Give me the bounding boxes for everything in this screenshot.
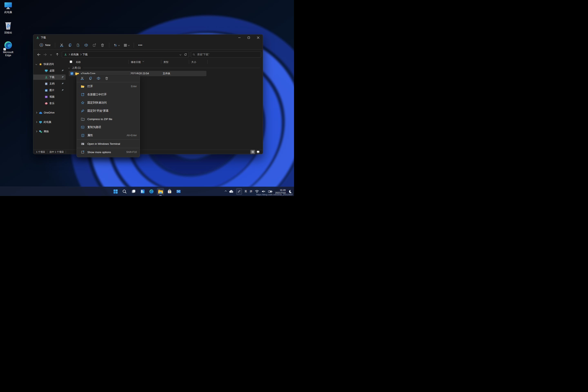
store-button[interactable] xyxy=(166,188,173,195)
task-view-button[interactable] xyxy=(130,188,137,195)
column-header-size[interactable]: 大小 xyxy=(191,60,196,64)
rename-button[interactable] xyxy=(82,42,90,48)
focus-assist-moon-icon[interactable] xyxy=(288,190,292,193)
menu-item-compress-zip[interactable]: Compress to ZIP file xyxy=(77,115,140,123)
sidebar-item-pictures[interactable]: 图片 xyxy=(33,88,66,93)
select-all-checkbox[interactable] xyxy=(70,60,72,64)
watermark-url: https://blog.csdn.net/sinat_29315697 xyxy=(256,193,293,196)
edge-logo-icon xyxy=(4,41,12,50)
see-more-button[interactable]: ••• xyxy=(136,42,144,48)
paste-icon xyxy=(76,43,80,47)
sort-button[interactable] xyxy=(112,42,122,48)
menu-item-open[interactable]: 打开 Enter xyxy=(77,82,140,90)
battery-charging-icon[interactable] xyxy=(268,190,272,193)
search-input[interactable] xyxy=(197,53,259,56)
desktop-icon-edge[interactable]: Microsoft Edge xyxy=(0,41,16,57)
rename-button[interactable] xyxy=(94,75,102,81)
copy-button[interactable] xyxy=(86,75,94,81)
edge-button[interactable] xyxy=(148,188,155,195)
cut-button[interactable] xyxy=(58,42,66,48)
sidebar-item-music[interactable]: 音乐 xyxy=(33,101,66,106)
delete-button[interactable] xyxy=(102,75,111,81)
sidebar-item-onedrive[interactable]: OneDrive xyxy=(33,110,66,115)
details-view-toggle[interactable] xyxy=(250,150,255,154)
sidebar-item-network[interactable]: 网络 xyxy=(33,129,66,134)
paste-button[interactable] xyxy=(74,42,82,48)
copy-button[interactable] xyxy=(66,42,74,48)
sidebar-item-this-pc[interactable]: 此电脑 xyxy=(33,120,66,125)
search-icon xyxy=(193,53,195,56)
group-header-last-week[interactable]: 上周 (1) xyxy=(66,66,260,70)
desktop-icon-label: 回收站 xyxy=(0,31,16,34)
chevron-down-icon[interactable] xyxy=(36,63,37,65)
pen-tray-button[interactable] xyxy=(236,188,242,195)
chevron-down-icon xyxy=(118,44,120,46)
menu-item-shortcut: Alt+Enter xyxy=(126,134,137,137)
mail-button[interactable] xyxy=(175,188,182,195)
column-header-modified[interactable]: 修改日期 xyxy=(131,60,141,64)
cut-button[interactable] xyxy=(78,75,86,81)
menu-item-label: 固定到"开始"屏幕 xyxy=(88,109,137,113)
breadcrumb-downloads[interactable]: 下载 xyxy=(83,53,88,56)
large-icons-view-toggle[interactable] xyxy=(256,150,260,154)
onedrive-tray-icon[interactable] xyxy=(229,190,234,193)
menu-item-copy-as-path[interactable]: 复制为路径 xyxy=(77,123,140,131)
back-button[interactable] xyxy=(36,52,42,57)
sidebar-item-downloads[interactable]: 下载 xyxy=(33,74,66,80)
sidebar-item-documents[interactable]: 文档 xyxy=(33,81,66,86)
sidebar-item-quick-access[interactable]: 快速访问 xyxy=(33,62,66,67)
close-button[interactable] xyxy=(253,34,263,41)
address-bar[interactable]: 此电脑 下载 xyxy=(62,52,189,58)
menu-item-pin-quick-access[interactable]: 固定到快速访问 xyxy=(77,98,140,107)
file-explorer-icon xyxy=(158,189,163,194)
file-explorer-window: 下载 New xyxy=(33,34,263,154)
search-button[interactable] xyxy=(121,188,128,195)
menu-item-properties[interactable]: 属性 Alt+Enter xyxy=(77,131,140,140)
column-header-name[interactable]: 名称 xyxy=(76,60,81,64)
menu-item-label: 打开 xyxy=(88,84,131,88)
desktop-icon-recycle-bin[interactable]: 回收站 xyxy=(0,21,16,34)
rename-icon xyxy=(84,43,88,47)
menu-item-open-terminal[interactable]: Open in Windows Terminal xyxy=(77,140,140,148)
start-button[interactable] xyxy=(112,188,119,195)
row-checkbox-checked[interactable] xyxy=(70,72,73,75)
menu-item-open-new-window[interactable]: 在新窗口中打开 xyxy=(77,90,140,98)
terminal-icon xyxy=(81,142,84,145)
file-explorer-button[interactable] xyxy=(157,188,164,195)
chevron-down-icon xyxy=(68,67,70,68)
chevron-right-icon[interactable] xyxy=(36,131,37,132)
column-header-type[interactable]: 类型 xyxy=(164,60,168,64)
search-box[interactable] xyxy=(191,52,261,58)
new-button[interactable]: New xyxy=(37,42,52,48)
chevron-down-icon xyxy=(128,44,130,46)
chevron-right-icon[interactable] xyxy=(36,121,37,123)
ime-mode-button[interactable]: 拼 xyxy=(250,190,252,193)
column-divider[interactable] xyxy=(189,60,189,64)
volume-muted-icon[interactable] xyxy=(262,190,266,193)
tray-overflow-chevron-icon[interactable] xyxy=(224,190,226,192)
forward-button[interactable] xyxy=(42,52,48,57)
copy-path-icon xyxy=(81,126,84,128)
minimize-button[interactable] xyxy=(234,34,244,41)
chevron-right-icon[interactable] xyxy=(36,112,37,114)
share-button[interactable] xyxy=(90,42,98,48)
menu-item-show-more-options[interactable]: Show more options Shift+F10 xyxy=(77,148,140,156)
maximize-button[interactable] xyxy=(244,34,253,41)
sidebar-item-desktop[interactable]: 桌面 xyxy=(33,68,66,73)
refresh-icon[interactable] xyxy=(184,53,187,56)
up-button[interactable] xyxy=(54,52,60,57)
sidebar-item-videos[interactable]: 视频 xyxy=(33,94,66,100)
delete-button[interactable] xyxy=(98,42,106,48)
address-dropdown-icon[interactable] xyxy=(180,54,181,55)
breadcrumb-this-pc[interactable]: 此电脑 xyxy=(71,53,79,56)
wifi-icon[interactable] xyxy=(255,190,259,193)
column-divider[interactable] xyxy=(208,60,208,64)
widgets-button[interactable] xyxy=(139,188,146,195)
ime-language-button[interactable]: 英 xyxy=(244,190,247,193)
menu-item-pin-to-start[interactable]: 固定到"开始"屏幕 xyxy=(77,107,140,115)
desktop-icon-this-pc[interactable]: 此电脑 xyxy=(0,2,16,14)
view-button[interactable] xyxy=(122,42,131,48)
title-bar[interactable]: 下载 xyxy=(33,34,263,41)
column-divider[interactable] xyxy=(161,60,161,64)
recent-locations-button[interactable] xyxy=(48,52,54,57)
